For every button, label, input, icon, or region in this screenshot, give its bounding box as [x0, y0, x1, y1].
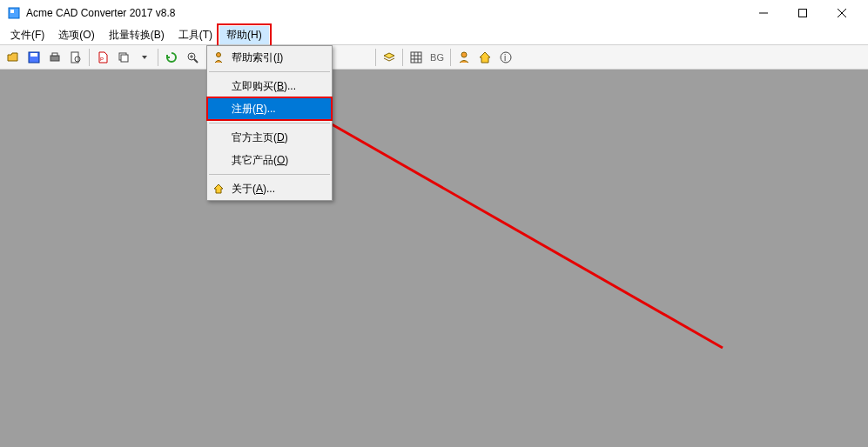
toolbar: P BG i	[0, 45, 868, 70]
svg-rect-7	[30, 53, 37, 57]
zoom-in-icon[interactable]	[183, 48, 202, 67]
menu-item-label: 注册(R)...	[232, 102, 276, 117]
svg-text:P: P	[100, 57, 104, 62]
menu-about[interactable]: 关于(A)...	[207, 177, 332, 200]
svg-rect-24	[411, 52, 421, 63]
menu-help[interactable]: 帮助(H)	[219, 26, 269, 44]
menu-other-products[interactable]: 其它产品(O)	[207, 149, 332, 171]
toolbar-separator	[402, 49, 403, 66]
titlebar: Acme CAD Converter 2017 v8.8	[0, 0, 868, 26]
menu-options[interactable]: 选项(O)	[51, 26, 101, 44]
svg-rect-8	[50, 56, 59, 61]
menu-help-index[interactable]: 帮助索引(I)	[207, 46, 332, 69]
toolbar-separator	[158, 49, 158, 66]
bg-button[interactable]: BG	[427, 48, 447, 67]
svg-line-16	[194, 59, 198, 63]
info-icon[interactable]: i	[496, 48, 515, 67]
toolbar-separator	[450, 49, 451, 66]
home-icon	[212, 182, 225, 196]
menu-item-label: 其它产品(O)	[232, 153, 288, 168]
menu-homepage[interactable]: 官方主页(D)	[207, 126, 332, 149]
menu-item-label: 关于(A)...	[232, 182, 275, 197]
menubar: 文件(F) 选项(O) 批量转换(B) 工具(T) 帮助(H)	[0, 26, 868, 45]
menu-buy-now[interactable]: 立即购买(B)...	[207, 75, 332, 97]
menu-item-label: 立即购买(B)...	[232, 79, 296, 94]
menu-tools[interactable]: 工具(T)	[172, 26, 219, 44]
pdf-icon[interactable]: P	[93, 48, 112, 67]
person-icon	[212, 50, 225, 64]
preview-icon[interactable]	[66, 48, 85, 67]
svg-point-32	[217, 53, 221, 57]
svg-rect-3	[798, 10, 806, 17]
menu-separator	[209, 71, 330, 72]
svg-rect-9	[52, 53, 57, 56]
window-controls	[744, 0, 861, 26]
copy-icon[interactable]	[114, 48, 133, 67]
person-icon[interactable]	[454, 48, 474, 67]
svg-rect-14	[121, 55, 128, 62]
open-icon[interactable]	[3, 48, 23, 67]
menu-separator	[209, 123, 330, 123]
refresh-icon[interactable]	[162, 48, 181, 67]
menu-file[interactable]: 文件(F)	[3, 26, 51, 44]
menu-item-label: 官方主页(D)	[232, 130, 288, 145]
svg-point-29	[461, 52, 467, 57]
bg-label: BG	[428, 52, 446, 63]
layers-icon[interactable]	[380, 48, 399, 67]
toolbar-separator	[89, 49, 90, 66]
maximize-button[interactable]	[783, 0, 822, 26]
toolbar-separator	[375, 49, 376, 66]
help-dropdown: 帮助索引(I) 立即购买(B)... 注册(R)... 官方主页(D) 其它产品…	[206, 45, 333, 201]
menu-register[interactable]: 注册(R)...	[207, 97, 332, 120]
app-title: Acme CAD Converter 2017 v8.8	[26, 7, 744, 19]
save-icon[interactable]	[24, 48, 44, 67]
menu-item-label: 帮助索引(I)	[232, 50, 283, 65]
minimize-button[interactable]	[744, 0, 783, 26]
svg-text:i: i	[504, 53, 506, 63]
menu-separator	[209, 174, 330, 175]
app-icon	[7, 6, 21, 20]
home-icon[interactable]	[475, 48, 495, 67]
menu-batch[interactable]: 批量转换(B)	[102, 26, 172, 44]
close-button[interactable]	[822, 0, 861, 26]
print-icon[interactable]	[45, 48, 64, 67]
grid-icon[interactable]	[407, 48, 426, 67]
svg-rect-10	[71, 52, 78, 63]
svg-rect-1	[10, 10, 14, 13]
dropdown-icon[interactable]	[135, 48, 154, 67]
content-area	[0, 70, 868, 447]
